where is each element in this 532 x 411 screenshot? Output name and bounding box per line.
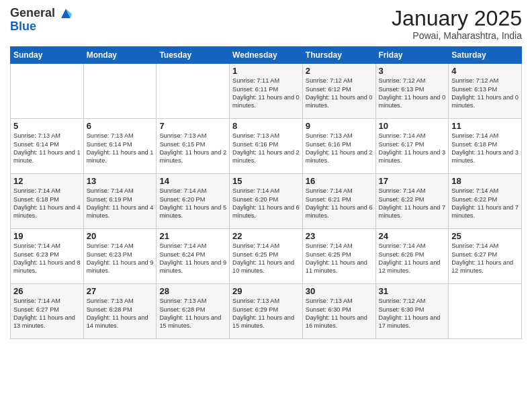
day-number: 21 — [159, 231, 226, 241]
day-info: Sunrise: 7:14 AMSunset: 6:17 PMDaylight:… — [379, 132, 446, 165]
day-info: Sunrise: 7:13 AMSunset: 6:28 PMDaylight:… — [87, 297, 154, 330]
day-info: Sunrise: 7:13 AMSunset: 6:28 PMDaylight:… — [159, 297, 226, 330]
day-number: 28 — [159, 286, 226, 296]
day-cell: 10Sunrise: 7:14 AMSunset: 6:17 PMDayligh… — [375, 119, 449, 174]
day-number: 26 — [13, 286, 81, 296]
day-info: Sunrise: 7:13 AMSunset: 6:14 PMDaylight:… — [87, 132, 154, 165]
day-cell: 17Sunrise: 7:14 AMSunset: 6:22 PMDayligh… — [375, 174, 449, 229]
location: Powai, Maharashtra, India — [392, 30, 522, 41]
day-header-row: SundayMondayTuesdayWednesdayThursdayFrid… — [11, 47, 522, 64]
day-info: Sunrise: 7:13 AMSunset: 6:14 PMDaylight:… — [13, 132, 81, 165]
day-info: Sunrise: 7:14 AMSunset: 6:19 PMDaylight:… — [87, 187, 154, 220]
day-cell: 12Sunrise: 7:14 AMSunset: 6:18 PMDayligh… — [11, 174, 84, 229]
day-info: Sunrise: 7:13 AMSunset: 6:16 PMDaylight:… — [232, 132, 300, 165]
day-info: Sunrise: 7:14 AMSunset: 6:23 PMDaylight:… — [13, 242, 81, 275]
day-cell: 3Sunrise: 7:12 AMSunset: 6:13 PMDaylight… — [375, 64, 449, 119]
day-cell: 11Sunrise: 7:14 AMSunset: 6:18 PMDayligh… — [449, 119, 522, 174]
day-cell: 8Sunrise: 7:13 AMSunset: 6:16 PMDaylight… — [230, 119, 303, 174]
day-info: Sunrise: 7:12 AMSunset: 6:12 PMDaylight:… — [306, 77, 373, 110]
day-info: Sunrise: 7:12 AMSunset: 6:30 PMDaylight:… — [379, 297, 446, 330]
day-info: Sunrise: 7:14 AMSunset: 6:22 PMDaylight:… — [451, 187, 519, 220]
week-row-3: 12Sunrise: 7:14 AMSunset: 6:18 PMDayligh… — [11, 174, 522, 229]
day-cell: 13Sunrise: 7:14 AMSunset: 6:19 PMDayligh… — [83, 174, 157, 229]
logo-blue: Blue — [10, 19, 36, 33]
day-number: 1 — [232, 66, 300, 76]
day-cell: 5Sunrise: 7:13 AMSunset: 6:14 PMDaylight… — [11, 119, 84, 174]
header: General Blue January 2025 Powai, Maharas… — [10, 7, 522, 41]
logo-icon — [60, 7, 72, 19]
day-cell — [83, 64, 157, 119]
day-number: 31 — [379, 286, 446, 296]
day-cell — [11, 64, 84, 119]
day-number: 16 — [306, 176, 373, 186]
day-cell: 29Sunrise: 7:13 AMSunset: 6:29 PMDayligh… — [230, 284, 303, 339]
day-number: 29 — [232, 286, 300, 296]
day-cell: 31Sunrise: 7:12 AMSunset: 6:30 PMDayligh… — [375, 284, 449, 339]
day-number: 2 — [306, 66, 373, 76]
day-header-monday: Monday — [83, 47, 157, 64]
day-number: 5 — [13, 121, 81, 131]
day-number: 6 — [87, 121, 154, 131]
day-header-sunday: Sunday — [11, 47, 84, 64]
day-number: 17 — [379, 176, 446, 186]
day-number: 18 — [451, 176, 519, 186]
day-number: 14 — [159, 176, 226, 186]
day-cell: 4Sunrise: 7:12 AMSunset: 6:13 PMDaylight… — [449, 64, 522, 119]
day-info: Sunrise: 7:14 AMSunset: 6:18 PMDaylight:… — [451, 132, 519, 165]
day-cell: 26Sunrise: 7:14 AMSunset: 6:27 PMDayligh… — [11, 284, 84, 339]
day-cell: 7Sunrise: 7:13 AMSunset: 6:15 PMDaylight… — [157, 119, 230, 174]
day-number: 25 — [451, 231, 519, 241]
day-number: 7 — [159, 121, 226, 131]
day-cell: 9Sunrise: 7:13 AMSunset: 6:16 PMDaylight… — [302, 119, 375, 174]
day-cell: 1Sunrise: 7:11 AMSunset: 6:11 PMDaylight… — [230, 64, 303, 119]
day-info: Sunrise: 7:13 AMSunset: 6:16 PMDaylight:… — [306, 132, 373, 165]
calendar-page: General Blue January 2025 Powai, Maharas… — [0, 0, 532, 411]
day-number: 19 — [13, 231, 81, 241]
day-info: Sunrise: 7:12 AMSunset: 6:13 PMDaylight:… — [379, 77, 446, 110]
day-cell: 24Sunrise: 7:14 AMSunset: 6:26 PMDayligh… — [375, 229, 449, 284]
title-block: January 2025 Powai, Maharashtra, India — [392, 7, 522, 41]
day-info: Sunrise: 7:13 AMSunset: 6:15 PMDaylight:… — [159, 132, 226, 165]
day-header-tuesday: Tuesday — [157, 47, 230, 64]
day-number: 30 — [306, 286, 373, 296]
day-cell: 15Sunrise: 7:14 AMSunset: 6:20 PMDayligh… — [230, 174, 303, 229]
day-info: Sunrise: 7:14 AMSunset: 6:20 PMDaylight:… — [232, 187, 300, 220]
day-number: 9 — [306, 121, 373, 131]
day-cell: 16Sunrise: 7:14 AMSunset: 6:21 PMDayligh… — [302, 174, 375, 229]
day-cell — [157, 64, 230, 119]
day-cell: 21Sunrise: 7:14 AMSunset: 6:24 PMDayligh… — [157, 229, 230, 284]
day-header-wednesday: Wednesday — [230, 47, 303, 64]
month-title: January 2025 — [392, 7, 522, 30]
day-number: 15 — [232, 176, 300, 186]
day-number: 27 — [87, 286, 154, 296]
day-cell: 18Sunrise: 7:14 AMSunset: 6:22 PMDayligh… — [449, 174, 522, 229]
logo-general: General — [10, 6, 55, 19]
day-header-thursday: Thursday — [302, 47, 375, 64]
week-row-2: 5Sunrise: 7:13 AMSunset: 6:14 PMDaylight… — [11, 119, 522, 174]
day-info: Sunrise: 7:14 AMSunset: 6:24 PMDaylight:… — [159, 242, 226, 275]
logo: General Blue — [10, 7, 72, 34]
week-row-4: 19Sunrise: 7:14 AMSunset: 6:23 PMDayligh… — [11, 229, 522, 284]
day-info: Sunrise: 7:14 AMSunset: 6:25 PMDaylight:… — [232, 242, 300, 275]
day-info: Sunrise: 7:14 AMSunset: 6:21 PMDaylight:… — [306, 187, 373, 220]
day-cell: 14Sunrise: 7:14 AMSunset: 6:20 PMDayligh… — [157, 174, 230, 229]
day-cell: 25Sunrise: 7:14 AMSunset: 6:27 PMDayligh… — [449, 229, 522, 284]
day-cell: 22Sunrise: 7:14 AMSunset: 6:25 PMDayligh… — [230, 229, 303, 284]
day-number: 3 — [379, 66, 446, 76]
day-info: Sunrise: 7:13 AMSunset: 6:29 PMDaylight:… — [232, 297, 300, 330]
day-number: 12 — [13, 176, 81, 186]
day-info: Sunrise: 7:12 AMSunset: 6:13 PMDaylight:… — [451, 77, 519, 110]
day-info: Sunrise: 7:13 AMSunset: 6:30 PMDaylight:… — [306, 297, 373, 330]
day-info: Sunrise: 7:14 AMSunset: 6:18 PMDaylight:… — [13, 187, 81, 220]
day-info: Sunrise: 7:14 AMSunset: 6:22 PMDaylight:… — [379, 187, 446, 220]
day-header-friday: Friday — [375, 47, 449, 64]
day-cell: 23Sunrise: 7:14 AMSunset: 6:25 PMDayligh… — [302, 229, 375, 284]
day-number: 22 — [232, 231, 300, 241]
day-number: 10 — [379, 121, 446, 131]
day-info: Sunrise: 7:14 AMSunset: 6:27 PMDaylight:… — [13, 297, 81, 330]
day-cell: 30Sunrise: 7:13 AMSunset: 6:30 PMDayligh… — [302, 284, 375, 339]
day-number: 24 — [379, 231, 446, 241]
day-cell: 27Sunrise: 7:13 AMSunset: 6:28 PMDayligh… — [83, 284, 157, 339]
day-number: 13 — [87, 176, 154, 186]
day-number: 11 — [451, 121, 519, 131]
